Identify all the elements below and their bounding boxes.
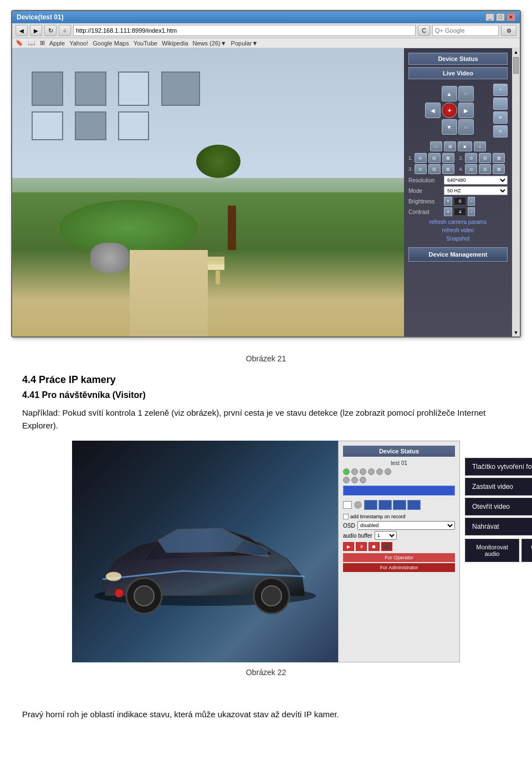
preset-row-2: 3. ⊙ ⊟ ⊠ 4. ⊙ ⊟ ⊠ bbox=[408, 164, 508, 174]
selected-channel-bar bbox=[343, 486, 455, 496]
brightness-minus-button[interactable]: - bbox=[468, 197, 475, 206]
preset-del-1[interactable]: ⊠ bbox=[442, 153, 454, 163]
contrast-plus-button[interactable]: + bbox=[444, 207, 452, 216]
bottom-action-row: Monitorovat audio Obousměrné audio bbox=[465, 539, 532, 562]
brightness-plus-button[interactable]: + bbox=[444, 197, 452, 206]
forward-button[interactable]: ▶ bbox=[30, 25, 42, 36]
bookmark-yahoo[interactable]: Yahoo! bbox=[69, 40, 88, 47]
stop-button[interactable]: ⏹ bbox=[369, 542, 380, 551]
record-button-action[interactable]: Nahrávat bbox=[465, 518, 532, 535]
open-video-button[interactable]: Otevřít video bbox=[465, 498, 532, 515]
preset-save-2[interactable]: ⊟ bbox=[479, 153, 491, 163]
mode-row: Mode 50 HZ 60 HZ bbox=[408, 186, 508, 195]
scroll-thumb[interactable] bbox=[513, 57, 519, 74]
ptz-zoom-in-button[interactable]: + bbox=[493, 84, 508, 96]
browser-titlebar: Device(test 01) _ □ ✕ bbox=[12, 11, 520, 23]
home-button[interactable]: ⌂ bbox=[59, 25, 71, 36]
preset-goto-1[interactable]: ⊙ bbox=[415, 153, 427, 163]
preset-del-2[interactable]: ⊠ bbox=[493, 153, 505, 163]
browser-scrollbar[interactable]: ▲ ▼ bbox=[512, 48, 520, 336]
close-button[interactable]: ✕ bbox=[507, 13, 515, 21]
ptz-down-button[interactable]: ▼ bbox=[442, 119, 457, 135]
brightness-label: Brightness bbox=[408, 198, 442, 205]
play-button[interactable]: ▶ bbox=[343, 542, 354, 551]
minimize-button[interactable]: _ bbox=[485, 13, 494, 21]
go-button[interactable]: C bbox=[418, 25, 430, 36]
pause-button[interactable]: ⏸ bbox=[356, 542, 367, 551]
search-bar[interactable] bbox=[432, 25, 499, 36]
icon-btn-1[interactable]: □ bbox=[430, 141, 442, 151]
camera-control-panel: Device Status Live Video ▲ ↑↑ ◀ ✦ ▶ ▼ ↓↓ bbox=[404, 48, 512, 336]
channel-checkbox[interactable] bbox=[343, 501, 352, 509]
control-buttons-row: □ ⊞ ■ ☼ bbox=[408, 141, 508, 151]
create-photo-button[interactable]: Tlačítko vytvoření fotografie bbox=[465, 458, 532, 476]
address-bar[interactable] bbox=[73, 25, 416, 36]
preset-save-1[interactable]: ⊟ bbox=[428, 153, 441, 163]
device-management-button[interactable]: Device Management bbox=[408, 247, 508, 262]
preset-save-4[interactable]: ⊟ bbox=[479, 164, 491, 174]
bookmark-wikipedia[interactable]: Wikipedia bbox=[162, 40, 188, 47]
back-button[interactable]: ◀ bbox=[16, 25, 28, 36]
osd-select[interactable]: disabled enabled bbox=[357, 521, 455, 530]
preset-goto-3[interactable]: ⊙ bbox=[415, 164, 427, 174]
action-buttons-popup: Tlačítko vytvoření fotografie Zastavit v… bbox=[465, 458, 532, 562]
bookmark-apple[interactable]: Apple bbox=[49, 40, 65, 47]
scroll-down-arrow[interactable]: ▼ bbox=[513, 329, 520, 336]
audio-buffer-select[interactable]: 1 2 bbox=[375, 531, 397, 540]
icon-btn-4[interactable]: ☼ bbox=[474, 141, 486, 151]
bookmark-googlemaps[interactable]: Google Maps bbox=[93, 40, 129, 47]
status-dot-4 bbox=[368, 468, 375, 475]
contrast-minus-button[interactable]: - bbox=[468, 207, 475, 216]
timestamp-checkbox[interactable] bbox=[343, 514, 349, 519]
ptz-tilt-down-button[interactable]: ↓↓ bbox=[458, 119, 474, 135]
channel-controls bbox=[343, 498, 455, 512]
ptz-center-button[interactable]: ✦ bbox=[442, 103, 457, 118]
channel-grid bbox=[364, 500, 421, 510]
bookmark-popular[interactable]: Popular▼ bbox=[231, 40, 258, 47]
bottom-paragraph: Pravý horní roh je oblastí indikace stav… bbox=[0, 708, 532, 721]
ptz-right-button[interactable]: ▶ bbox=[458, 103, 474, 118]
audio-buffer-row: audio buffer 1 2 bbox=[343, 531, 455, 540]
ptz-focus-out-button[interactable]: ⊖ bbox=[493, 125, 508, 137]
bookmark-news[interactable]: News (26)▼ bbox=[193, 40, 227, 47]
record-button[interactable]: ⚫ bbox=[381, 542, 392, 551]
preset-num-1: 1. bbox=[408, 155, 413, 161]
monitor-audio-button[interactable]: Monitorovat audio bbox=[465, 539, 519, 562]
refresh-camera-params-link[interactable]: refresh camera params bbox=[408, 218, 508, 226]
snapshot-link[interactable]: Snapshot bbox=[408, 234, 508, 243]
ptz-zoom-out-button[interactable]: - bbox=[493, 98, 508, 110]
timestamp-label: add timestamp on record bbox=[350, 514, 406, 519]
ptz-left-button[interactable]: ◀ bbox=[425, 103, 441, 118]
scroll-up-arrow[interactable]: ▲ bbox=[513, 48, 520, 56]
for-administrator-button[interactable]: For Administrator bbox=[343, 563, 455, 572]
grid-cell-3[interactable] bbox=[393, 500, 406, 510]
preset-del-3[interactable]: ⊠ bbox=[442, 164, 454, 174]
ptz-up-button[interactable]: ▲ bbox=[442, 86, 457, 101]
grid-cell-2[interactable] bbox=[378, 500, 392, 510]
restore-button[interactable]: □ bbox=[496, 13, 505, 21]
grid-cell-1[interactable] bbox=[364, 500, 377, 510]
resolution-select[interactable]: 640*480 320*240 bbox=[444, 176, 508, 185]
preset-goto-2[interactable]: ⊙ bbox=[465, 153, 477, 163]
preset-goto-4[interactable]: ⊙ bbox=[465, 164, 477, 174]
preset-save-3[interactable]: ⊟ bbox=[428, 164, 441, 174]
mode-select[interactable]: 50 HZ 60 HZ bbox=[444, 186, 508, 195]
ptz-tilt-up-button[interactable]: ↑↑ bbox=[458, 86, 474, 101]
status-dot-6 bbox=[385, 468, 391, 475]
browser-content: Device Status Live Video ▲ ↑↑ ◀ ✦ ▶ ▼ ↓↓ bbox=[12, 48, 520, 336]
for-operator-button[interactable]: For Operator bbox=[343, 553, 455, 562]
bidirectional-audio-button[interactable]: Obousměrné audio bbox=[521, 539, 532, 562]
svg-point-6 bbox=[115, 589, 124, 598]
menu-button[interactable]: ⚙ bbox=[501, 25, 516, 36]
camera-scene-bg bbox=[12, 48, 404, 336]
refresh-button[interactable]: ↻ bbox=[44, 25, 57, 36]
icon-btn-2[interactable]: ⊞ bbox=[444, 141, 456, 151]
grid-cell-4[interactable] bbox=[407, 500, 421, 510]
stop-video-button[interactable]: Zastavit video bbox=[465, 478, 532, 496]
preset-del-4[interactable]: ⊠ bbox=[493, 164, 505, 174]
svg-point-5 bbox=[106, 572, 121, 581]
ptz-focus-in-button[interactable]: ⊕ bbox=[493, 111, 508, 124]
refresh-video-link[interactable]: refresh video bbox=[408, 226, 508, 234]
bookmark-youtube[interactable]: YouTube bbox=[134, 40, 157, 47]
icon-btn-3[interactable]: ■ bbox=[458, 141, 472, 151]
